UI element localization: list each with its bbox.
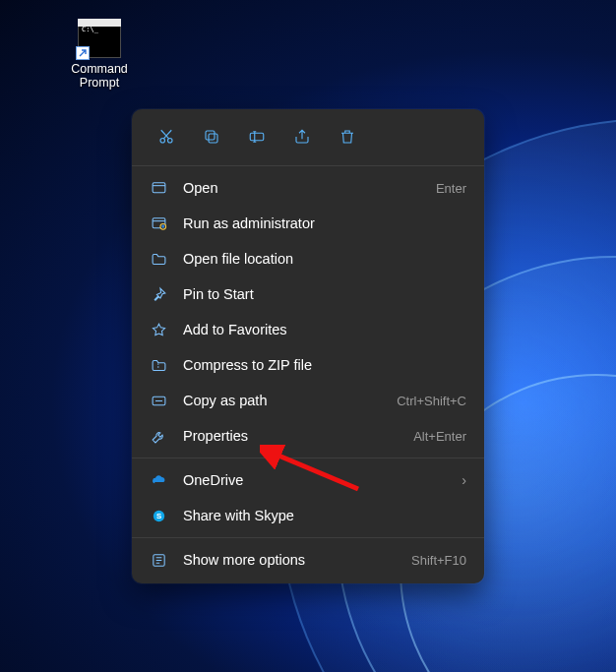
svg-text:S: S	[155, 512, 160, 520]
star-icon	[150, 321, 167, 338]
menu-item-run-as-admin[interactable]: Run as administrator	[132, 206, 484, 241]
path-icon	[150, 392, 167, 409]
app-icon	[150, 179, 167, 197]
menu-item-label: Share with Skype	[183, 508, 466, 523]
menu-item-accel: Alt+Enter	[413, 429, 466, 444]
menu-item-pin-to-start[interactable]: Pin to Start	[132, 276, 484, 312]
share-icon[interactable]	[287, 122, 317, 152]
rename-icon[interactable]	[242, 122, 272, 152]
menu-item-open-file-location[interactable]: Open file location	[132, 241, 484, 276]
zip-icon	[150, 356, 167, 374]
menu-item-onedrive[interactable]: OneDrive ›	[132, 462, 484, 498]
shield-icon	[150, 214, 167, 232]
menu-item-label: Show more options	[183, 552, 396, 568]
quick-actions-row	[132, 115, 484, 161]
menu-item-label: Pin to Start	[183, 286, 466, 302]
copy-icon[interactable]	[197, 122, 226, 152]
onedrive-icon	[150, 471, 167, 489]
menu-item-accel: Shift+F10	[411, 553, 466, 568]
svg-rect-5	[153, 182, 165, 192]
cmd-icon: C:\_	[78, 19, 121, 58]
svg-rect-3	[206, 131, 215, 140]
menu-item-compress-zip[interactable]: Compress to ZIP file	[132, 347, 484, 383]
menu-item-label: Copy as path	[183, 393, 381, 408]
menu-item-label: OneDrive	[183, 472, 446, 488]
menu-item-label: Compress to ZIP file	[183, 357, 466, 373]
menu-item-show-more-options[interactable]: Show more options Shift+F10	[132, 542, 484, 578]
menu-item-accel: Enter	[436, 181, 466, 196]
desktop-shortcut-cmd[interactable]: C:\_ Command Prompt	[59, 19, 140, 91]
svg-rect-4	[250, 133, 264, 141]
cut-icon[interactable]	[152, 122, 181, 152]
menu-item-label: Open	[183, 180, 420, 196]
desktop-shortcut-label: Command Prompt	[59, 62, 140, 91]
menu-item-accel: Ctrl+Shift+C	[397, 394, 466, 408]
skype-icon: S	[150, 507, 167, 524]
context-menu: Open Enter Run as administrator Open fil…	[132, 109, 484, 583]
separator	[132, 165, 484, 166]
menu-item-add-to-favorites[interactable]: Add to Favorites	[132, 312, 484, 347]
menu-item-copy-as-path[interactable]: Copy as path Ctrl+Shift+C	[132, 383, 484, 418]
menu-item-label: Run as administrator	[183, 215, 466, 231]
separator	[132, 537, 484, 538]
menu-item-label: Add to Favorites	[183, 322, 466, 337]
chevron-right-icon: ›	[462, 472, 466, 488]
menu-item-label: Open file location	[183, 251, 466, 267]
menu-item-properties[interactable]: Properties Alt+Enter	[132, 418, 484, 454]
separator	[132, 458, 484, 458]
shortcut-overlay-icon	[76, 46, 90, 60]
folder-icon	[150, 250, 167, 268]
menu-item-label: Properties	[183, 428, 398, 444]
delete-icon[interactable]	[333, 122, 362, 152]
menu-item-open[interactable]: Open Enter	[132, 170, 484, 206]
svg-rect-2	[209, 134, 217, 143]
menu-item-share-skype[interactable]: S Share with Skype	[132, 498, 484, 533]
wrench-icon	[150, 427, 167, 445]
more-options-icon	[150, 551, 167, 569]
pin-icon	[150, 285, 167, 303]
